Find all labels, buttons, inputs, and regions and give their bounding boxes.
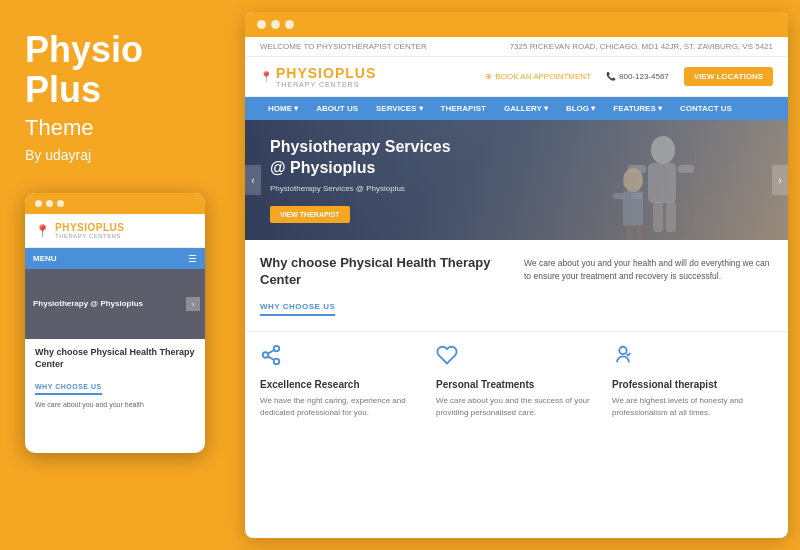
appointment-icon: ⊕ — [485, 72, 492, 81]
header-logo-sub: THERAPY CENTERS — [276, 81, 376, 88]
feature-share-icon — [260, 344, 421, 371]
theme-title: Physio Plus — [25, 30, 220, 109]
feature-personal-title: Personal Treatments — [436, 379, 597, 390]
svg-rect-10 — [626, 225, 634, 240]
mobile-logo: PHYSIOPLUS THERAPY CENTERS — [55, 222, 124, 239]
svg-point-13 — [263, 352, 269, 358]
phone-link[interactable]: 📞 800-123-4567 — [606, 72, 669, 81]
appointment-label: BOOK AN APPOINTMENT — [495, 72, 591, 81]
feature-personal: Personal Treatments We care about you an… — [436, 344, 597, 419]
hero-section: ‹ Physiotherapy Services @ Physioplus Ph… — [245, 120, 788, 240]
desktop-content: WELCOME TO PHYSIOTHERAPIST CENTER 7325 R… — [245, 37, 788, 538]
mobile-mockup: 📍 PHYSIOPLUS THERAPY CENTERS MENU ☰ Phys… — [25, 193, 205, 453]
theme-subtitle: Theme — [25, 115, 220, 141]
mobile-hero-text: Physiotherapy @ Physioplus — [33, 299, 197, 309]
hero-content: Physiotherapy Services @ Physioplus Phys… — [270, 137, 470, 224]
nav-features[interactable]: FEATURES ▾ — [605, 97, 670, 120]
svg-line-16 — [268, 350, 274, 354]
info-welcome: WELCOME TO PHYSIOTHERAPIST CENTER — [260, 42, 427, 51]
desktop-dot-2 — [271, 20, 280, 29]
svg-point-6 — [623, 168, 643, 192]
features-section: Excellence Research We have the right ca… — [245, 332, 788, 431]
nav-gallery[interactable]: GALLERY ▾ — [496, 97, 556, 120]
phone-icon: 📞 — [606, 72, 616, 81]
section-heading: Why choose Physical Health Therapy Cente… — [260, 255, 509, 289]
mobile-why-label: WHY CHOOSE US — [35, 383, 102, 395]
desktop-titlebar — [245, 12, 788, 37]
feature-excellence: Excellence Research We have the right ca… — [260, 344, 421, 419]
svg-rect-5 — [666, 202, 676, 232]
info-address: 7325 RICKEVAN ROAD, CHICAGO, MD1 42JR, S… — [510, 42, 773, 51]
svg-rect-1 — [648, 163, 676, 203]
hero-arrow-left[interactable]: ‹ — [245, 165, 261, 195]
appointment-link[interactable]: ⊕ BOOK AN APPOINTMENT — [485, 72, 591, 81]
content-section: Why choose Physical Health Therapy Cente… — [245, 240, 788, 332]
feature-person-icon — [612, 344, 773, 371]
hero-subtitle: Physiotherapy Services @ Physioplus — [270, 184, 470, 193]
svg-rect-8 — [613, 193, 625, 199]
why-label: WHY CHOOSE US — [260, 302, 335, 316]
logo-pin-icon: 📍 — [260, 71, 272, 82]
mobile-section-title: Why choose Physical Health Therapy Cente… — [35, 347, 195, 370]
view-locations-button[interactable]: VIEW LOCATIONS — [684, 67, 773, 86]
main-header: 📍 PHYSIOPLUS THERAPY CENTERS ⊕ BOOK AN A… — [245, 57, 788, 97]
svg-rect-9 — [631, 193, 643, 199]
feature-professional-title: Professional therapist — [612, 379, 773, 390]
mobile-desc: We care about you and your health — [35, 400, 195, 410]
mobile-logo-text: PHYSIOPLUS — [55, 222, 124, 233]
hero-cta-button[interactable]: VIEW THERAPIST — [270, 206, 350, 223]
svg-point-0 — [651, 136, 675, 164]
feature-excellence-desc: We have the right caring, experience and… — [260, 395, 421, 419]
content-right: We care about you and your health and wi… — [524, 255, 773, 316]
mobile-dot-1 — [35, 200, 42, 207]
desktop-dot-1 — [257, 20, 266, 29]
svg-point-17 — [619, 347, 626, 354]
feature-personal-desc: We care about you and the success of you… — [436, 395, 597, 419]
header-actions: ⊕ BOOK AN APPOINTMENT 📞 800-123-4567 VIE… — [485, 67, 773, 86]
nav-about[interactable]: ABOUT US — [308, 97, 366, 120]
mobile-menu-label: MENU — [33, 254, 57, 263]
desktop-dot-3 — [285, 20, 294, 29]
feature-professional-desc: We are highest levels of honesty and pro… — [612, 395, 773, 419]
nav-home[interactable]: HOME ▾ — [260, 97, 306, 120]
site-nav: HOME ▾ ABOUT US SERVICES ▾ THERAPIST GAL… — [245, 97, 788, 120]
hero-figure-svg — [588, 130, 708, 240]
content-left: Why choose Physical Health Therapy Cente… — [260, 255, 509, 316]
mobile-hero-arrow-right[interactable]: › — [186, 297, 200, 311]
nav-therapist[interactable]: THERAPIST — [433, 97, 494, 120]
nav-services[interactable]: SERVICES ▾ — [368, 97, 431, 120]
mobile-hamburger-icon[interactable]: ☰ — [188, 253, 197, 264]
desktop-mockup: WELCOME TO PHYSIOTHERAPIST CENTER 7325 R… — [245, 12, 788, 538]
svg-rect-4 — [653, 202, 663, 232]
mobile-hero: Physiotherapy @ Physioplus › — [25, 269, 205, 339]
mobile-logo-sub: THERAPY CENTERS — [55, 233, 124, 239]
nav-contact[interactable]: CONTACT US — [672, 97, 740, 120]
feature-excellence-title: Excellence Research — [260, 379, 421, 390]
mobile-titlebar — [25, 193, 205, 214]
mobile-header: 📍 PHYSIOPLUS THERAPY CENTERS — [25, 214, 205, 248]
mobile-nav: MENU ☰ — [25, 248, 205, 269]
mobile-section: Why choose Physical Health Therapy Cente… — [25, 339, 205, 417]
info-bar: WELCOME TO PHYSIOTHERAPIST CENTER 7325 R… — [245, 37, 788, 57]
mobile-logo-icon: 📍 — [35, 224, 50, 238]
logo-wrap: 📍 PHYSIOPLUS THERAPY CENTERS — [260, 65, 376, 88]
svg-point-12 — [274, 346, 280, 352]
hero-title: Physiotherapy Services @ Physioplus — [270, 137, 470, 179]
feature-professional: Professional therapist We are highest le… — [612, 344, 773, 419]
svg-rect-11 — [636, 225, 644, 240]
header-logo: PHYSIOPLUS THERAPY CENTERS — [276, 65, 376, 88]
svg-rect-3 — [678, 165, 694, 173]
svg-line-15 — [268, 356, 274, 360]
nav-blog[interactable]: BLOG ▾ — [558, 97, 603, 120]
hero-arrow-right[interactable]: › — [772, 165, 788, 195]
mobile-dot-3 — [57, 200, 64, 207]
left-panel: Physio Plus Theme By udayraj 📍 PHYSIOPLU… — [0, 0, 245, 550]
header-logo-text: PHYSIOPLUS — [276, 65, 376, 81]
svg-point-14 — [274, 358, 280, 364]
mobile-dot-2 — [46, 200, 53, 207]
theme-author: By udayraj — [25, 147, 220, 163]
feature-heart-icon — [436, 344, 597, 371]
phone-number: 800-123-4567 — [619, 72, 669, 81]
